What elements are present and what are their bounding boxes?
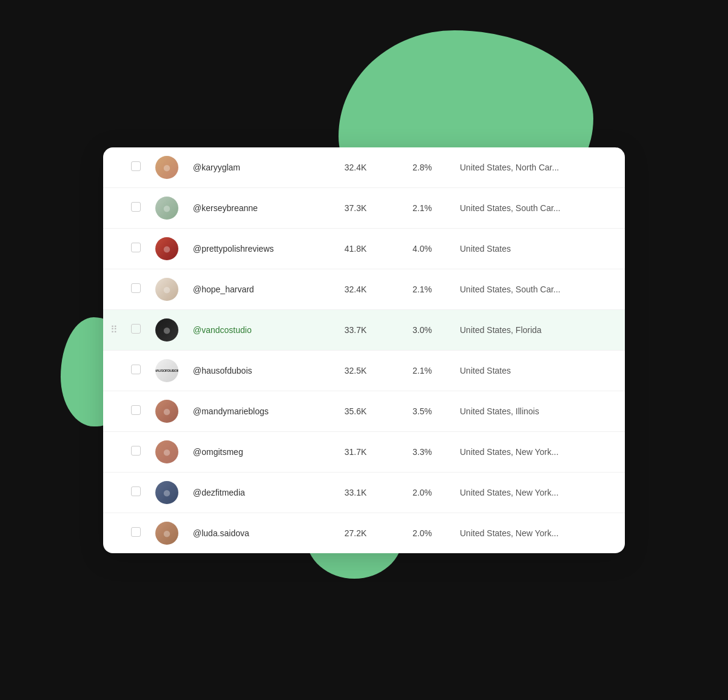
engagement-value: 3.5% bbox=[413, 406, 432, 416]
row-checkbox-cell bbox=[124, 309, 148, 350]
username-text: @kerseybreanne bbox=[193, 203, 258, 213]
row-checkbox-cell bbox=[124, 350, 148, 391]
table-row: @kerseybreanne 37.3K 2.1% United States,… bbox=[103, 187, 625, 228]
avatar bbox=[155, 156, 178, 179]
location-value: United States, New York... bbox=[460, 447, 559, 457]
location-value: United States, Florida bbox=[460, 325, 542, 335]
followers-cell: 31.7K bbox=[319, 431, 392, 472]
followers-value: 33.1K bbox=[345, 488, 367, 497]
row-checkbox[interactable] bbox=[131, 324, 141, 334]
location-value: United States bbox=[460, 244, 511, 254]
followers-cell: 35.6K bbox=[319, 391, 392, 431]
table-row: @hope_harvard 32.4K 2.1% United States, … bbox=[103, 269, 625, 309]
location-value: United States bbox=[460, 366, 511, 375]
location-cell: United States, New York... bbox=[453, 472, 625, 513]
followers-cell: 32.4K bbox=[319, 147, 392, 188]
followers-value: 33.7K bbox=[345, 325, 367, 335]
username-cell: @dezfitmedia bbox=[186, 472, 319, 513]
username-link[interactable]: @vandcostudio bbox=[193, 325, 252, 335]
row-checkbox-cell bbox=[124, 472, 148, 513]
username-text: @dezfitmedia bbox=[193, 488, 245, 497]
drag-handle-empty bbox=[103, 391, 124, 431]
avatar bbox=[155, 522, 178, 545]
avatar-cell bbox=[148, 391, 186, 431]
drag-handle-empty bbox=[103, 513, 124, 553]
followers-cell: 27.2K bbox=[319, 513, 392, 553]
engagement-value: 4.0% bbox=[413, 244, 432, 254]
avatar bbox=[155, 197, 178, 220]
location-value: United States, Illinois bbox=[460, 406, 539, 416]
row-checkbox[interactable] bbox=[131, 486, 141, 496]
table-row: ⠿ @vandcostudio 33.7K 3.0% United States… bbox=[103, 309, 625, 350]
row-checkbox[interactable] bbox=[131, 405, 141, 415]
location-cell: United States, New York... bbox=[453, 431, 625, 472]
avatar-cell bbox=[148, 472, 186, 513]
row-checkbox-cell bbox=[124, 228, 148, 269]
followers-value: 32.4K bbox=[345, 284, 367, 294]
followers-cell: 32.5K bbox=[319, 350, 392, 391]
engagement-value: 3.3% bbox=[413, 447, 432, 457]
avatar bbox=[155, 400, 178, 423]
row-checkbox-cell bbox=[124, 513, 148, 553]
drag-handle-empty bbox=[103, 431, 124, 472]
location-cell: United States bbox=[453, 350, 625, 391]
followers-cell: 37.3K bbox=[319, 187, 392, 228]
engagement-cell: 4.0% bbox=[392, 228, 453, 269]
engagement-cell: 3.0% bbox=[392, 309, 453, 350]
location-value: United States, South Car... bbox=[460, 284, 561, 294]
table-row: @mandymarieblogs 35.6K 3.5% United State… bbox=[103, 391, 625, 431]
username-text: @karyyglam bbox=[193, 163, 240, 172]
row-checkbox[interactable] bbox=[131, 243, 141, 252]
table-row: HAUSOFDUBOIS @hausofdubois 32.5K 2.1% Un… bbox=[103, 350, 625, 391]
engagement-value: 3.0% bbox=[413, 325, 432, 335]
table-row: @dezfitmedia 33.1K 2.0% United States, N… bbox=[103, 472, 625, 513]
engagement-cell: 2.0% bbox=[392, 513, 453, 553]
location-value: United States, New York... bbox=[460, 488, 559, 497]
followers-cell: 32.4K bbox=[319, 269, 392, 309]
username-text: @hope_harvard bbox=[193, 284, 254, 294]
row-checkbox[interactable] bbox=[131, 446, 141, 456]
engagement-value: 2.1% bbox=[413, 203, 432, 213]
avatar-cell bbox=[148, 187, 186, 228]
engagement-value: 2.1% bbox=[413, 284, 432, 294]
row-checkbox[interactable] bbox=[131, 283, 141, 293]
row-checkbox[interactable] bbox=[131, 202, 141, 212]
drag-handle[interactable]: ⠿ bbox=[103, 309, 124, 350]
engagement-cell: 2.0% bbox=[392, 472, 453, 513]
drag-handle-empty bbox=[103, 147, 124, 188]
avatar-cell bbox=[148, 147, 186, 188]
username-text: @hausofdubois bbox=[193, 366, 252, 375]
username-cell: @luda.saidova bbox=[186, 513, 319, 553]
drag-handle-empty bbox=[103, 472, 124, 513]
username-text: @prettypolishreviews bbox=[193, 244, 274, 254]
username-cell: @hope_harvard bbox=[186, 269, 319, 309]
drag-handle-empty bbox=[103, 269, 124, 309]
location-cell: United States, North Car... bbox=[453, 147, 625, 188]
row-checkbox[interactable] bbox=[131, 161, 141, 171]
location-cell: United States, Illinois bbox=[453, 391, 625, 431]
followers-value: 32.5K bbox=[345, 366, 367, 375]
row-checkbox-cell bbox=[124, 187, 148, 228]
location-cell: United States, South Car... bbox=[453, 187, 625, 228]
engagement-cell: 2.1% bbox=[392, 187, 453, 228]
engagement-value: 2.0% bbox=[413, 488, 432, 497]
engagement-value: 2.0% bbox=[413, 528, 432, 538]
table-row: @karyyglam 32.4K 2.8% United States, Nor… bbox=[103, 147, 625, 188]
avatar-cell bbox=[148, 228, 186, 269]
username-text: @luda.saidova bbox=[193, 528, 249, 538]
followers-value: 37.3K bbox=[345, 203, 367, 213]
influencer-table: @karyyglam 32.4K 2.8% United States, Nor… bbox=[103, 147, 625, 553]
location-cell: United States, Florida bbox=[453, 309, 625, 350]
row-checkbox[interactable] bbox=[131, 527, 141, 537]
influencer-table-card: @karyyglam 32.4K 2.8% United States, Nor… bbox=[103, 147, 625, 553]
location-cell: United States, New York... bbox=[453, 513, 625, 553]
drag-handle-empty bbox=[103, 350, 124, 391]
engagement-cell: 3.5% bbox=[392, 391, 453, 431]
followers-value: 31.7K bbox=[345, 447, 367, 457]
followers-cell: 33.1K bbox=[319, 472, 392, 513]
engagement-cell: 2.8% bbox=[392, 147, 453, 188]
row-checkbox[interactable] bbox=[131, 365, 141, 374]
table-row: @omgitsmeg 31.7K 3.3% United States, New… bbox=[103, 431, 625, 472]
followers-value: 32.4K bbox=[345, 163, 367, 172]
engagement-cell: 3.3% bbox=[392, 431, 453, 472]
